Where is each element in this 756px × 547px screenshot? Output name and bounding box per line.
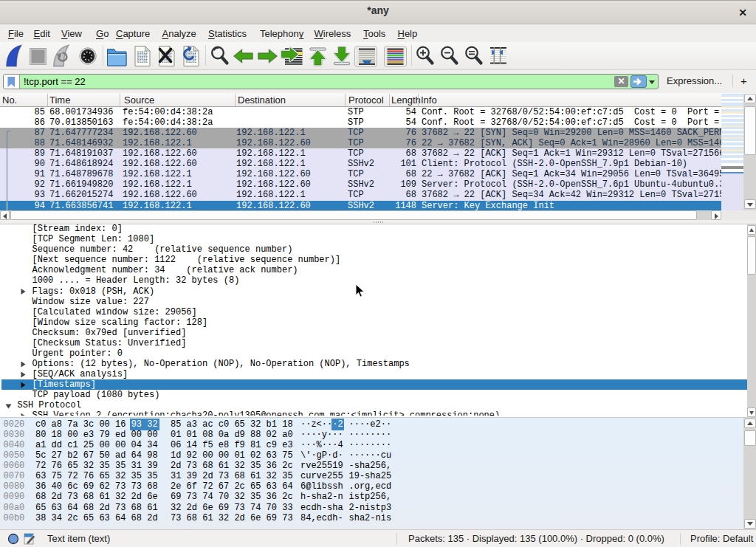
- svg-text:01101: 01101: [186, 60, 197, 63]
- svg-text:01101: 01101: [137, 60, 148, 63]
